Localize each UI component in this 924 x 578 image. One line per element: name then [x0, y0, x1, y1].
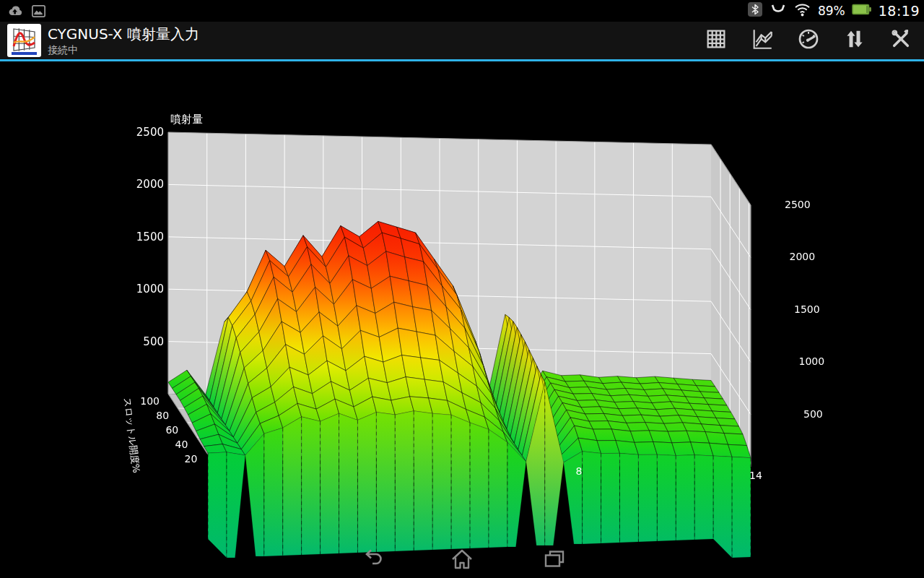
back-button[interactable] — [356, 548, 388, 574]
transfer-data-button[interactable] — [832, 22, 878, 59]
wifi-icon — [793, 1, 811, 20]
surface-chart-view-button[interactable] — [739, 22, 785, 59]
gauge-icon — [797, 27, 820, 53]
connection-status: 接続中 — [48, 43, 199, 56]
home-button[interactable] — [446, 548, 478, 574]
navigation-bar — [0, 543, 924, 578]
app-logo-icon[interactable] — [7, 24, 41, 57]
app-bar: CYGNUS-X 噴射量入力 接続中 — [0, 22, 924, 61]
battery-icon — [852, 3, 872, 19]
gallery-icon — [30, 3, 47, 22]
grid-icon — [705, 27, 728, 53]
up-down-arrows-icon — [844, 28, 866, 53]
status-bar: 89% 18:19 — [0, 0, 924, 22]
cloud-upload-icon — [6, 2, 23, 22]
recents-icon — [543, 548, 566, 573]
table-view-button[interactable] — [693, 22, 739, 59]
status-system-icons: 89% 18:19 — [747, 0, 920, 22]
action-bar-buttons — [693, 22, 924, 59]
tools-icon — [889, 27, 912, 53]
gauge-view-button[interactable] — [785, 22, 832, 59]
recents-button[interactable] — [539, 548, 570, 574]
bluetooth-icon — [747, 1, 763, 20]
connected-device-icon — [770, 1, 787, 20]
battery-percent: 89% — [818, 4, 845, 18]
page-title: CYGNUS-X 噴射量入力 — [48, 25, 199, 43]
home-icon — [450, 548, 474, 573]
status-notification-icons — [6, 2, 47, 22]
screen: 89% 18:19 CYGNUS-X 噴射量入力 接続中 — [0, 0, 924, 578]
clock: 18:19 — [879, 3, 920, 19]
back-icon — [359, 548, 384, 573]
settings-tools-button[interactable] — [878, 22, 924, 59]
app-titles: CYGNUS-X 噴射量入力 接続中 — [48, 25, 199, 56]
injection-map-3d-chart[interactable] — [0, 0, 924, 578]
surface-chart-icon — [750, 27, 775, 54]
